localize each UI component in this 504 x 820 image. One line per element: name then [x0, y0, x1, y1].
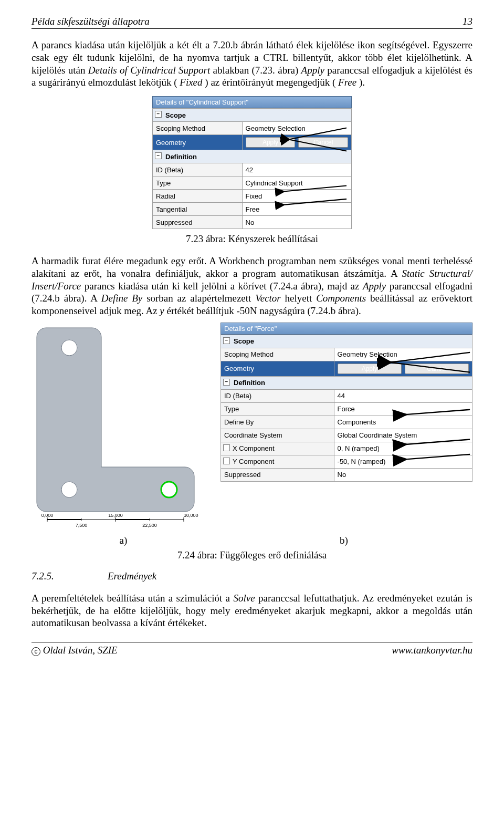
svg-text:0,000: 0,000	[41, 514, 54, 518]
row-type-value: Cylindrical Support	[242, 177, 351, 190]
paragraph-1: A parancs kiadása után kijelöljük a két …	[32, 39, 472, 89]
footer-left: c Oldal István, SZIE	[32, 645, 118, 656]
row-radial-label: Radial	[153, 190, 243, 203]
label-a: a)	[32, 535, 215, 546]
row-ycomp-label: Y Component	[221, 455, 334, 468]
row-scoping-method-value: Geometry Selection	[334, 348, 472, 361]
row-scoping-method-label: Scoping Method	[153, 122, 243, 135]
svg-text:30,000 (mm): 30,000 (mm)	[184, 514, 200, 518]
figure-724: 0,000 15,000 30,000 (mm) 7,500 22,500 De…	[32, 323, 472, 533]
row-id-label: ID (Beta)	[153, 163, 243, 177]
row-xcomp-label: X Component	[221, 442, 334, 455]
page-footer: c Oldal István, SZIE www.tankonyvtar.hu	[32, 642, 472, 656]
svg-rect-15	[47, 519, 81, 520]
cancel-button[interactable]: Cancel	[298, 137, 348, 148]
paragraph-2: A harmadik furat élére megadunk egy erőt…	[32, 255, 472, 317]
row-type-label: Type	[153, 177, 243, 190]
section-heading: 7.2.5. Eredmények	[32, 570, 472, 582]
row-id-label: ID (Beta)	[221, 389, 334, 402]
checkbox-icon[interactable]	[223, 444, 230, 451]
row-ycomp-value[interactable]: -50, N (ramped)	[334, 455, 472, 468]
section-title: Eredmények	[108, 570, 156, 582]
apply-button[interactable]: Apply	[246, 137, 296, 148]
details-table-724: −Scope Scoping Method Geometry Selection…	[220, 335, 472, 482]
row-geometry-buttons: Apply Cancel	[242, 135, 351, 150]
collapse-icon[interactable]: −	[223, 337, 230, 344]
figure-724a-geometry: 0,000 15,000 30,000 (mm) 7,500 22,500	[32, 323, 215, 533]
row-defineby-value[interactable]: Components	[334, 416, 472, 429]
row-suppressed-value[interactable]: No	[242, 216, 351, 229]
row-geometry-label: Geometry	[153, 135, 243, 150]
row-suppressed-value[interactable]: No	[334, 468, 472, 481]
panel-title: Details of "Force"	[220, 323, 472, 335]
row-geometry-label: Geometry	[221, 361, 334, 376]
row-defineby-label: Define By	[221, 416, 334, 429]
section-number: 7.2.5.	[32, 570, 108, 582]
row-xcomp-value[interactable]: 0, N (ramped)	[334, 442, 472, 455]
row-geometry-buttons: Apply Cancel	[334, 361, 472, 376]
collapse-icon[interactable]: −	[155, 111, 162, 118]
row-type-value: Force	[334, 402, 472, 416]
scale-bar-icon: 0,000 15,000 30,000 (mm) 7,500 22,500	[32, 514, 200, 530]
page-header: Példa síkfeszültségi állapotra 13	[32, 16, 472, 29]
row-tangential-value[interactable]: Free	[242, 203, 351, 216]
row-suppressed-label: Suppressed	[221, 468, 334, 481]
row-tangential-label: Tangential	[153, 203, 243, 216]
row-scoping-method-label: Scoping Method	[221, 348, 334, 361]
svg-text:7,500: 7,500	[76, 523, 88, 528]
l-bracket-shape-icon	[32, 323, 200, 514]
collapse-icon[interactable]: −	[223, 379, 230, 386]
figure-724b-panel: Details of "Force" −Scope Scoping Method…	[220, 323, 472, 482]
checkbox-icon[interactable]	[223, 458, 230, 464]
footer-right: www.tankonyvtar.hu	[392, 645, 472, 656]
row-id-value: 44	[334, 389, 472, 402]
figure-724-labels: a) b)	[32, 535, 472, 546]
figure-723-panel: Details of "Cylindrical Support" −Scope …	[152, 96, 352, 229]
header-title: Példa síkfeszültségi állapotra	[32, 16, 150, 27]
row-type-label: Type	[221, 402, 334, 416]
svg-point-6	[61, 482, 77, 497]
apply-button[interactable]: Apply	[338, 364, 402, 374]
svg-point-5	[61, 340, 77, 356]
collapse-icon[interactable]: −	[155, 152, 162, 159]
panel-title: Details of "Cylindrical Support"	[152, 96, 352, 108]
label-b: b)	[215, 535, 472, 546]
figure-723-caption: 7.23 ábra: Kényszerek beállításai	[32, 233, 472, 245]
row-coordsys-label: Coordinate System	[221, 429, 334, 442]
row-radial-value[interactable]: Fixed	[242, 190, 351, 203]
cancel-button[interactable]: Cancel	[405, 364, 469, 374]
row-scoping-method-value: Geometry Selection	[242, 122, 351, 135]
svg-rect-16	[116, 519, 150, 520]
details-table-723: −Scope Scoping Method Geometry Selection…	[152, 108, 352, 229]
svg-text:15,000: 15,000	[108, 514, 123, 518]
svg-text:22,500: 22,500	[142, 523, 157, 528]
row-id-value: 42	[242, 163, 351, 177]
row-suppressed-label: Suppressed	[153, 216, 243, 229]
page-number: 13	[463, 16, 472, 27]
row-coordsys-value[interactable]: Global Coordinate System	[334, 429, 472, 442]
copyright-icon: c	[32, 647, 40, 656]
paragraph-3: A peremfeltételek beállítása után a szim…	[32, 592, 472, 629]
figure-724-caption: 7.24 ábra: Függőleges erő definiálása	[32, 549, 472, 561]
